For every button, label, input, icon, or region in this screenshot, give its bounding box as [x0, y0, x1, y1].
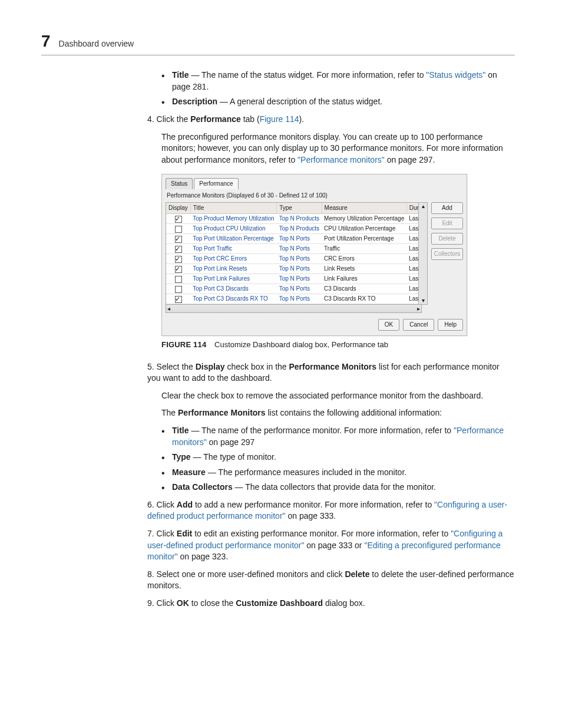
dialog-footer-buttons: OKCancelHelp — [166, 319, 463, 331]
dialog-tabs: Status Performance — [166, 178, 463, 189]
monitor-measure: C3 Discards RX TO — [322, 294, 406, 304]
cancel-button[interactable]: Cancel — [403, 319, 434, 331]
monitor-type: Top N Ports — [277, 274, 322, 284]
figure-caption: FIGURE 114 Customize Dashboard dialog bo… — [161, 340, 515, 350]
page-title: Dashboard overview — [59, 38, 134, 50]
monitor-duration: Last 30 Min — [406, 224, 419, 234]
monitor-title: Top Product CPU Utilization — [190, 224, 276, 234]
column-header[interactable]: Duration — [406, 203, 419, 214]
monitor-title: Top Port C3 Discards — [190, 284, 276, 294]
page-header: 7 Dashboard overview — [41, 29, 515, 55]
bullet-item: Title — The name of the performance moni… — [161, 425, 515, 448]
monitor-title: Top Port CRC Errors — [190, 254, 276, 264]
display-checkbox[interactable] — [175, 236, 182, 243]
performance-monitors-link[interactable]: "Performance monitors" — [297, 155, 385, 164]
doc-link[interactable]: "Performance monitors" — [172, 426, 504, 447]
table-row[interactable]: Top Port C3 DiscardsTop N PortsC3 Discar… — [166, 284, 419, 294]
chapter-number: 7 — [41, 29, 51, 52]
monitor-type: Top N Ports — [277, 264, 322, 274]
monitor-title: Top Port C3 Discards RX TO — [190, 294, 276, 304]
monitor-duration: Last 30 Min — [406, 214, 419, 224]
table-row[interactable]: Top Product Memory UtilizationTop N Prod… — [166, 214, 419, 224]
monitor-measure: C3 Discards — [322, 284, 406, 294]
table-row[interactable]: Top Product CPU UtilizationTop N Product… — [166, 224, 419, 234]
step-6: 6. Click Add to add a new performance mo… — [147, 499, 515, 522]
monitor-duration: Last 30 Min — [406, 304, 419, 305]
monitor-measure: Link Failures — [322, 274, 406, 284]
monitor-measure: Encode Error Out — [322, 304, 406, 305]
monitor-type: Top N Ports — [277, 234, 322, 244]
monitor-duration: Last 30 Min — [406, 274, 419, 284]
help-button[interactable]: Help — [438, 319, 463, 331]
step-7: 7. Click Edit to edit an existing perfor… — [147, 528, 515, 563]
horizontal-scrollbar[interactable]: ◂ ▸ — [166, 305, 422, 313]
step-4-description: The preconfigured performance monitors d… — [161, 131, 515, 166]
monitor-type: Top N Ports — [277, 244, 322, 254]
step-4: 4. Click the Performance tab (Figure 114… — [147, 114, 515, 351]
table-row[interactable]: Top Port Link FailuresTop N PortsLink Fa… — [166, 274, 419, 284]
collectors-button: Collectors — [431, 248, 463, 260]
customize-dashboard-dialog: Status Performance Performance Monitors … — [161, 174, 467, 336]
bullet-item: Measure — The performance measures inclu… — [161, 467, 515, 479]
tab-performance[interactable]: Performance — [194, 178, 238, 189]
table-row[interactable]: Top Port Encode Error OutTop N PortsEnco… — [166, 304, 419, 305]
monitors-table-scroll[interactable]: DisplayTitleTypeMeasureDuration Top Prod… — [166, 202, 419, 305]
monitor-measure: Link Resets — [322, 264, 406, 274]
scroll-up-icon[interactable]: ▴ — [422, 203, 425, 210]
ok-button[interactable]: OK — [378, 319, 399, 331]
table-row[interactable]: Top Port Link ResetsTop N PortsLink Rese… — [166, 264, 419, 274]
scroll-right-icon[interactable]: ▸ — [417, 305, 420, 313]
monitor-type: Top N Ports — [277, 294, 322, 304]
monitor-title: Top Port Link Resets — [190, 264, 276, 274]
doc-link[interactable]: "Status widgets" — [426, 70, 485, 80]
monitor-duration: Last 30 Min — [406, 284, 419, 294]
table-row[interactable]: Top Port C3 Discards RX TOTop N PortsC3 … — [166, 294, 419, 304]
step-5: 5. Select the Display check box in the P… — [147, 361, 515, 493]
monitor-measure: CPU Utilization Percentage — [322, 224, 406, 234]
display-checkbox[interactable] — [175, 286, 182, 293]
scroll-left-icon[interactable]: ◂ — [167, 305, 170, 313]
intro-bullet-list: Title — The name of the status widget. F… — [161, 70, 515, 108]
column-header[interactable]: Type — [277, 203, 322, 214]
step-8: 8. Select one or more user-defined monit… — [147, 569, 515, 592]
display-checkbox[interactable] — [175, 266, 182, 273]
monitor-title: Top Product Memory Utilization — [190, 214, 276, 224]
column-header[interactable]: Measure — [322, 203, 406, 214]
add-button[interactable]: Add — [431, 202, 463, 214]
monitor-measure: Traffic — [322, 244, 406, 254]
display-checkbox[interactable] — [175, 256, 182, 263]
figure-link[interactable]: Figure 114 — [260, 114, 299, 124]
column-header[interactable]: Display — [166, 203, 190, 214]
edit-button: Edit — [431, 218, 463, 229]
monitor-duration: Last 24 Hours — [406, 264, 419, 274]
bullet-item: Data Collectors — The data collectors th… — [161, 482, 515, 493]
step-9: 9. Click OK to close the Customize Dashb… — [147, 598, 515, 610]
figure-114-dialog: Status Performance Performance Monitors … — [161, 174, 515, 336]
display-checkbox[interactable] — [175, 226, 182, 233]
monitor-duration: Last 30 Min — [406, 244, 419, 254]
display-checkbox[interactable] — [175, 296, 182, 303]
column-header[interactable]: Title — [190, 203, 276, 214]
monitor-type: Top N Ports — [277, 254, 322, 264]
monitor-duration: Last 24 Hours — [406, 294, 419, 304]
table-row[interactable]: Top Port TrafficTop N PortsTrafficLast 3… — [166, 244, 419, 254]
monitor-type: Top N Products — [277, 224, 322, 234]
scroll-down-icon[interactable]: ▾ — [422, 297, 425, 304]
display-checkbox[interactable] — [175, 276, 182, 283]
step-5-bullets: Title — The name of the performance moni… — [161, 425, 515, 493]
table-row[interactable]: Top Port CRC ErrorsTop N PortsCRC Errors… — [166, 254, 419, 264]
tab-status[interactable]: Status — [166, 178, 193, 189]
display-checkbox[interactable] — [175, 216, 182, 223]
monitor-measure: CRC Errors — [322, 254, 406, 264]
monitor-type: Top N Ports — [277, 304, 322, 305]
monitor-type: Top N Products — [277, 214, 322, 224]
bullet-item: Type — The type of monitor. — [161, 452, 515, 463]
dialog-subhead: Performance Monitors (Displayed 6 of 30 … — [167, 192, 462, 200]
table-row[interactable]: Top Port Utilization PercentageTop N Por… — [166, 234, 419, 244]
display-checkbox[interactable] — [175, 246, 182, 253]
vertical-scrollbar[interactable]: ▴ ▾ — [419, 202, 428, 305]
monitor-measure: Memory Utilization Percentage — [322, 214, 406, 224]
monitor-title: Top Port Traffic — [190, 244, 276, 254]
monitor-duration: Last 30 Min — [406, 234, 419, 244]
bullet-item: Description — A general description of t… — [161, 96, 515, 108]
